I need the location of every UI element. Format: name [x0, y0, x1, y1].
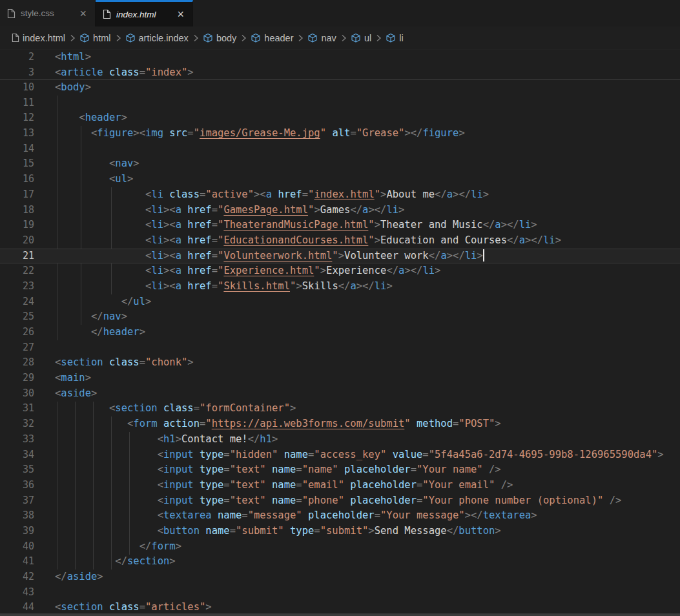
- code-line-18[interactable]: 18 <li><a href="GamesPage.html">Games</a…: [0, 203, 680, 218]
- code-line-43[interactable]: 43: [0, 585, 680, 601]
- code-line-19[interactable]: 19 <li><a href="TheaterandMusicPage.html…: [0, 218, 680, 233]
- code-token: [338, 464, 344, 475]
- code-token: href: [187, 265, 211, 276]
- code-line-35[interactable]: 35 <input type="text" name="name" placeh…: [0, 462, 680, 478]
- tab-style-css[interactable]: style.css ×: [0, 0, 96, 26]
- code-line-14[interactable]: 14: [0, 141, 680, 157]
- code-text: <main>: [55, 371, 91, 386]
- code-line-31[interactable]: 31 <section class="formContainer">: [0, 401, 680, 416]
- code-token: section: [127, 555, 169, 567]
- code-line-2[interactable]: 2<html>: [0, 50, 680, 65]
- breadcrumb-item-ul[interactable]: ul: [351, 33, 371, 43]
- code-token: "hidden": [230, 449, 278, 460]
- code-token: </: [55, 571, 67, 582]
- code-token: [326, 127, 332, 139]
- code-token: =: [223, 449, 229, 460]
- line-number: 10: [0, 80, 34, 96]
- code-token: Games: [320, 204, 351, 216]
- editor-code-area[interactable]: 10<body>1112 <header>13 <figure><img src…: [0, 80, 680, 616]
- gutter-gap: [34, 263, 55, 279]
- code-line-3[interactable]: 3<article class="index">: [0, 65, 680, 81]
- code-token: button: [458, 525, 495, 537]
- code-token: <: [158, 495, 163, 506]
- code-line-39[interactable]: 39 <button name="submit" type="submit">S…: [0, 524, 680, 539]
- code-line-38[interactable]: 38 <textarea name="message" placeholder=…: [0, 508, 680, 524]
- line-number: 18: [0, 203, 34, 218]
- tab-close-icon[interactable]: ×: [176, 8, 185, 20]
- code-line-11[interactable]: 11: [0, 96, 680, 111]
- code-token: >: [85, 372, 91, 384]
- code-token: class: [163, 402, 194, 414]
- symbol-cube-icon: [386, 33, 396, 43]
- code-token: </: [350, 204, 362, 216]
- breadcrumb-item-li[interactable]: li: [386, 33, 403, 43]
- gutter-gap: [34, 218, 55, 233]
- code-token: ": [218, 250, 223, 262]
- code-text: </form>: [55, 539, 181, 555]
- code-token: a: [176, 204, 181, 216]
- code-token: type: [290, 525, 314, 537]
- code-line-40[interactable]: 40 </form>: [0, 539, 680, 555]
- code-token: [158, 418, 163, 429]
- gutter-gap: [34, 355, 55, 371]
- code-token: [344, 495, 350, 506]
- code-line-30[interactable]: 30<aside>: [0, 386, 680, 402]
- horizontal-scrollbar[interactable]: [0, 613, 680, 616]
- code-token: >: [380, 189, 386, 200]
- code-line-23[interactable]: 23 <li><a href="Skills.html">Skills</a><…: [0, 279, 680, 294]
- code-line-34[interactable]: 34 <input type="hidden" name="access_key…: [0, 447, 680, 463]
- code-token: >: [398, 204, 404, 216]
- code-line-41[interactable]: 41 </section>: [0, 554, 680, 570]
- code-line-15[interactable]: 15 <nav>: [0, 156, 680, 172]
- code-token: ul: [115, 173, 127, 185]
- gutter-gap: [34, 279, 55, 294]
- gutter-gap: [34, 233, 55, 249]
- code-text: <input type="text" name="email" placehol…: [55, 478, 513, 493]
- code-line-20[interactable]: 20 <li><a href="EducationandCourses.html…: [0, 233, 680, 249]
- line-number: 13: [0, 126, 34, 141]
- code-line-26[interactable]: 26 </header>: [0, 325, 680, 340]
- code-token: textarea: [483, 509, 531, 521]
- breadcrumb-item-file[interactable]: index.html: [12, 33, 65, 43]
- code-token: "active": [205, 189, 254, 200]
- code-line-28[interactable]: 28<section class="chonk">: [0, 355, 680, 371]
- code-token: figure: [422, 127, 458, 139]
- code-token: [181, 280, 187, 292]
- code-line-21[interactable]: 21 <li><a href="Volunteerwork.html">Volu…: [0, 249, 680, 264]
- code-line-16[interactable]: 16 <ul>: [0, 172, 680, 187]
- gutter-gap: [34, 462, 55, 478]
- breadcrumb-item-html[interactable]: html: [79, 33, 110, 43]
- code-line-13[interactable]: 13 <figure><img src="images/Grease-Me.jp…: [0, 126, 680, 141]
- code-line-42[interactable]: 42</aside>: [0, 570, 680, 585]
- code-line-27[interactable]: 27: [0, 340, 680, 356]
- tab-index-html[interactable]: index.html ×: [96, 0, 193, 26]
- breadcrumb-item-article-index[interactable]: article.index: [125, 33, 189, 43]
- line-number: 11: [0, 96, 34, 111]
- code-line-32[interactable]: 32 <form action="https://api.web3forms.c…: [0, 416, 680, 432]
- code-line-36[interactable]: 36 <input type="text" name="email" place…: [0, 478, 680, 493]
- code-line-25[interactable]: 25 </nav>: [0, 309, 680, 325]
- code-token: >: [272, 433, 278, 445]
- code-token: li: [519, 219, 531, 231]
- breadcrumb-item-body[interactable]: body: [203, 33, 236, 43]
- code-token: =: [212, 204, 218, 216]
- code-token: <: [145, 250, 151, 262]
- code-text: <section class="chonk">: [55, 355, 194, 371]
- code-line-37[interactable]: 37 <input type="text" name="phone" place…: [0, 493, 680, 509]
- code-token: =: [139, 601, 145, 613]
- code-line-29[interactable]: 29<main>: [0, 371, 680, 386]
- code-token: header: [103, 326, 139, 338]
- breadcrumb-item-label: li: [399, 33, 403, 43]
- code-line-17[interactable]: 17 <li class="active"><a href="index.htm…: [0, 187, 680, 203]
- code-line-22[interactable]: 22 <li><a href="Experience.html">Experie…: [0, 263, 680, 279]
- breadcrumb-item-nav[interactable]: nav: [307, 33, 336, 43]
- line-number: 28: [0, 355, 34, 371]
- code-line-12[interactable]: 12 <header>: [0, 110, 680, 126]
- code-line-33[interactable]: 33 <h1>Contact me!</h1>: [0, 432, 680, 447]
- code-token: =: [139, 356, 145, 368]
- breadcrumb-item-header[interactable]: header: [251, 33, 293, 43]
- code-line-24[interactable]: 24 </ul>: [0, 294, 680, 310]
- breadcrumb-chevron-icon: [296, 34, 304, 43]
- code-line-10[interactable]: 10<body>: [0, 80, 680, 96]
- tab-close-icon[interactable]: ×: [78, 8, 88, 19]
